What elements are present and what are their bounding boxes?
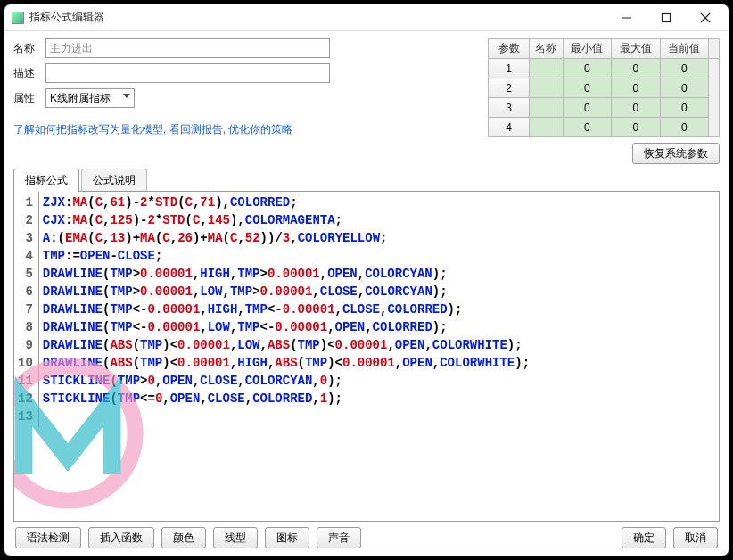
param-row[interactable]: 2000: [489, 78, 720, 98]
code-editor[interactable]: 12345678910111213 ZJX:MA(C,61)-2*STD(C,7…: [13, 191, 720, 522]
name-input[interactable]: [45, 38, 330, 58]
form-area: 名称 描述 属性 K线附属指标 了解如何把指标改写为量化模型, 看回测报告, 优…: [13, 38, 330, 137]
editor-window: 指标公式编辑器 名称 描述 属性 K线附属指标: [4, 4, 729, 556]
param-header: 当前值: [660, 39, 708, 59]
insert-function-button[interactable]: 插入函数: [88, 527, 154, 548]
line-style-button[interactable]: 线型: [213, 527, 258, 548]
minimize-button[interactable]: [607, 5, 647, 30]
bottom-toolbar: 语法检测 插入函数 颜色 线型 图标 声音 确定 取消: [13, 522, 720, 550]
param-cell[interactable]: [530, 118, 564, 137]
param-header: 最小值: [563, 39, 611, 59]
param-cell[interactable]: 0: [612, 59, 660, 78]
app-icon: [12, 12, 24, 24]
desc-input[interactable]: [45, 63, 330, 83]
desc-label: 描述: [13, 66, 45, 81]
sound-button[interactable]: 声音: [317, 527, 361, 548]
param-cell[interactable]: 0: [563, 118, 611, 137]
param-header: 名称: [530, 39, 564, 59]
param-cell[interactable]: 0: [563, 98, 611, 118]
attr-select[interactable]: K线附属指标: [45, 88, 135, 108]
param-cell[interactable]: 0: [612, 78, 660, 98]
attr-label: 属性: [13, 91, 45, 106]
ok-button[interactable]: 确定: [622, 527, 666, 548]
param-row[interactable]: 1000: [489, 59, 720, 78]
param-header: 最大值: [612, 39, 660, 59]
param-cell[interactable]: 0: [660, 78, 708, 98]
param-row[interactable]: 3000: [489, 98, 720, 118]
param-table: 参数名称最小值最大值当前值 1000200030004000: [488, 38, 720, 137]
tab-description[interactable]: 公式说明: [81, 169, 147, 192]
tab-formula[interactable]: 指标公式: [13, 169, 79, 192]
close-button[interactable]: [686, 5, 725, 30]
tabs: 指标公式 公式说明: [13, 168, 720, 191]
param-cell[interactable]: [530, 78, 564, 98]
titlebar[interactable]: 指标公式编辑器: [4, 4, 729, 31]
cancel-button[interactable]: 取消: [673, 527, 718, 548]
syntax-check-button[interactable]: 语法检测: [15, 527, 81, 548]
name-label: 名称: [13, 41, 45, 56]
param-cell[interactable]: 0: [660, 98, 708, 118]
line-gutter: 12345678910111213: [14, 192, 39, 427]
param-cell[interactable]: 0: [612, 98, 660, 118]
param-row[interactable]: 4000: [489, 118, 720, 137]
svg-rect-1: [663, 13, 671, 21]
window-title: 指标公式编辑器: [29, 10, 104, 25]
param-scrollbar[interactable]: [709, 59, 720, 137]
param-cell[interactable]: [530, 59, 564, 78]
maximize-button[interactable]: [647, 5, 686, 30]
chevron-down-icon: [123, 94, 130, 98]
code-lines[interactable]: ZJX:MA(C,61)-2*STD(C,71),COLORRED;CJX:MA…: [39, 192, 533, 427]
param-cell[interactable]: 0: [660, 118, 708, 137]
param-cell[interactable]: [530, 98, 564, 118]
param-cell[interactable]: 0: [660, 59, 708, 78]
color-button[interactable]: 颜色: [161, 527, 206, 548]
help-link[interactable]: 了解如何把指标改写为量化模型, 看回测报告, 优化你的策略: [13, 122, 292, 137]
param-header: 参数: [489, 39, 530, 59]
restore-params-button[interactable]: 恢复系统参数: [632, 143, 720, 164]
icon-button[interactable]: 图标: [265, 527, 309, 548]
param-cell[interactable]: 0: [612, 118, 660, 137]
param-cell[interactable]: 0: [563, 78, 611, 98]
param-cell[interactable]: 0: [563, 59, 611, 78]
